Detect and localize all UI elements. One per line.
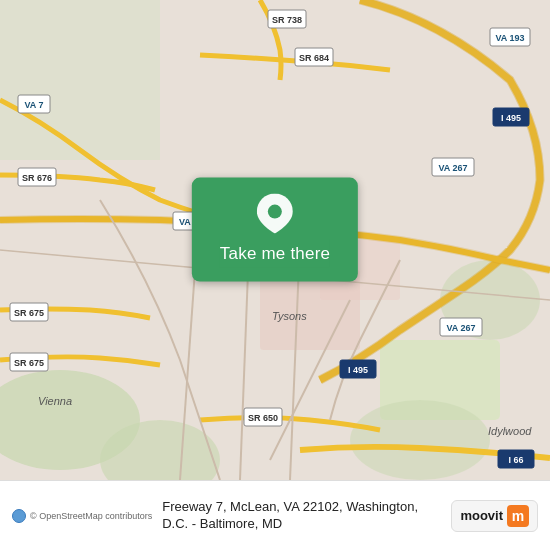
svg-text:Vienna: Vienna	[38, 395, 72, 407]
svg-text:m: m	[512, 508, 524, 524]
moovit-m-icon: m	[507, 505, 529, 527]
map-container: SR 738 VA 193 VA 7 SR 676 SR 684 I 495 V…	[0, 0, 550, 480]
location-pin-icon	[257, 196, 293, 232]
svg-text:I 495: I 495	[501, 113, 521, 123]
take-me-there-overlay: Take me there	[192, 178, 358, 282]
moovit-badge: moovit m	[451, 500, 538, 532]
action-card: Take me there	[192, 178, 358, 282]
osm-icon	[12, 509, 26, 523]
svg-text:I 495: I 495	[348, 365, 368, 375]
svg-text:I 66: I 66	[508, 455, 523, 465]
svg-text:SR 738: SR 738	[272, 15, 302, 25]
address-display: Freeway 7, McLean, VA 22102, Washington,…	[162, 499, 441, 533]
svg-text:VA 7: VA 7	[24, 100, 43, 110]
bottom-info-bar: © OpenStreetMap contributors Freeway 7, …	[0, 480, 550, 550]
svg-text:SR 675: SR 675	[14, 308, 44, 318]
moovit-label: moovit	[460, 508, 503, 523]
svg-text:Tysons: Tysons	[272, 310, 307, 322]
svg-text:VA 267: VA 267	[446, 323, 475, 333]
svg-text:Idylwood: Idylwood	[488, 425, 532, 437]
svg-point-6	[350, 400, 490, 480]
svg-rect-5	[0, 0, 160, 160]
svg-text:SR 675: SR 675	[14, 358, 44, 368]
svg-text:SR 650: SR 650	[248, 413, 278, 423]
svg-text:VA 193: VA 193	[495, 33, 524, 43]
osm-credit-text: © OpenStreetMap contributors	[30, 511, 152, 521]
take-me-there-button[interactable]: Take me there	[220, 240, 330, 268]
svg-text:VA 267: VA 267	[438, 163, 467, 173]
svg-point-45	[268, 205, 282, 219]
moovit-logo: moovit m	[451, 500, 538, 532]
svg-text:SR 684: SR 684	[299, 53, 329, 63]
svg-text:SR 676: SR 676	[22, 173, 52, 183]
osm-attribution: © OpenStreetMap contributors	[12, 509, 152, 523]
